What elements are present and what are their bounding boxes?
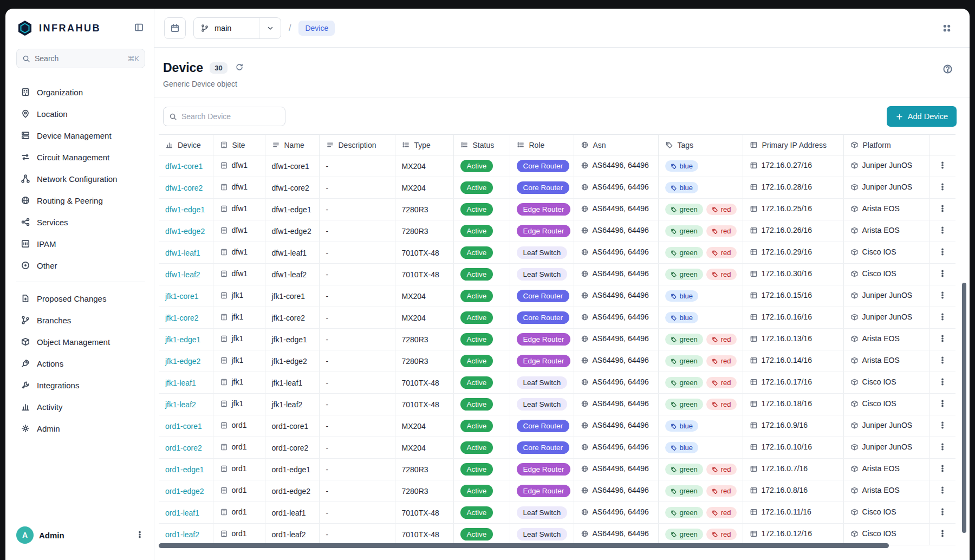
column-header-site[interactable]: Site [213,135,265,155]
sidebar-item-label: Network Configuration [37,174,117,184]
sidebar-item-object-management[interactable]: Object Management [16,331,145,353]
sidebar-item-network-configuration[interactable]: Network Configuration [16,168,145,190]
row-menu-button[interactable] [937,246,948,259]
branch-selector[interactable]: main [193,17,281,39]
sidebar-item-actions[interactable]: Actions [16,353,145,374]
cell-description: - [319,264,395,285]
device-search-input[interactable] [180,112,280,121]
row-menu-button[interactable] [937,528,948,541]
device-link[interactable]: dfw1-edge2 [165,227,205,236]
device-link[interactable]: ord1-core1 [165,422,202,431]
device-link[interactable]: dfw1-core2 [165,184,203,192]
sidebar-item-circuit-management[interactable]: Circuit Management [16,146,145,168]
sidebar-search[interactable]: Search ⌘K [16,49,145,68]
row-menu-button[interactable] [937,203,948,216]
device-link[interactable]: ord1-core2 [165,444,202,452]
device-link[interactable]: jfk1-core1 [165,292,198,301]
cell-tags: greenred [658,502,743,524]
column-header-platform[interactable]: Platform [843,135,929,155]
date-picker-button[interactable] [164,17,186,39]
sidebar-item-admin[interactable]: Admin [16,418,145,439]
breadcrumb-current[interactable]: Device [298,21,335,36]
add-device-button[interactable]: Add Device [887,106,957,127]
device-link[interactable]: jfk1-leaf2 [165,400,196,409]
sidebar-item-device-management[interactable]: Device Management [16,125,145,146]
tag-badge: blue [665,290,699,302]
cell-name: ord1-core1 [265,415,319,437]
globe-icon [581,248,589,256]
device-link[interactable]: jfk1-core2 [165,314,198,322]
column-header-description[interactable]: Description [319,135,395,155]
device-link[interactable]: ord1-leaf2 [165,530,199,539]
sidebar-divider [16,282,145,282]
row-menu-button[interactable] [937,506,948,519]
sidebar-item-other[interactable]: Other [16,255,145,276]
row-menu-button[interactable] [937,485,948,497]
tag-icon [671,185,677,191]
sidebar-item-proposed-changes[interactable]: Proposed Changes [16,288,145,309]
device-link[interactable]: jfk1-edge1 [165,335,200,344]
sidebar-item-routing-peering[interactable]: Routing & Peering [16,190,145,211]
row-menu-button[interactable] [937,290,948,302]
column-header-asn[interactable]: Asn [574,135,658,155]
column-header-primary-ip-address[interactable]: Primary IP Address [743,135,843,155]
row-menu-button[interactable] [937,376,948,389]
row-menu-button[interactable] [937,441,948,454]
cell-actions [929,437,955,459]
sidebar-item-organization[interactable]: Organization [16,81,145,103]
device-link[interactable]: jfk1-leaf1 [165,379,196,387]
cell-name: ord1-leaf1 [265,502,319,524]
branch-dropdown-toggle[interactable] [259,18,281,38]
horizontal-scrollbar[interactable] [159,543,889,548]
column-header-name[interactable]: Name [265,135,319,155]
sidebar-item-integrations[interactable]: Integrations [16,374,145,396]
sidebar-item-services[interactable]: Services [16,211,145,233]
row-menu-button[interactable] [937,181,948,194]
column-header-role[interactable]: Role [510,135,574,155]
device-link[interactable]: ord1-leaf1 [165,509,199,517]
switch-arrows-icon [21,152,30,162]
device-link[interactable]: ord1-edge1 [165,465,204,474]
cell-asn: AS64496, 64496 [574,394,658,415]
user-menu-button[interactable] [134,529,145,542]
collapse-sidebar-button[interactable] [133,21,145,35]
user-menu[interactable]: A Admin [16,526,145,544]
help-button[interactable] [939,63,957,77]
device-link[interactable]: dfw1-leaf2 [165,270,200,279]
cell-primary-ip: 172.16.0.12/16 [743,524,843,545]
cell-name: jfk1-leaf2 [265,394,319,415]
apps-menu-button[interactable] [936,17,958,39]
refresh-button[interactable] [234,62,245,74]
row-menu-button[interactable] [937,225,948,237]
device-link[interactable]: jfk1-edge2 [165,357,200,366]
column-header-type[interactable]: Type [395,135,453,155]
sidebar-item-location[interactable]: Location [16,103,145,125]
vertical-scrollbar[interactable] [962,283,966,533]
device-link[interactable]: dfw1-leaf1 [165,249,200,257]
column-header-tags[interactable]: Tags [658,135,743,155]
device-link[interactable]: dfw1-edge1 [165,205,205,214]
row-menu-button[interactable] [937,311,948,324]
row-menu-button[interactable] [937,268,948,281]
cell-platform: Cisco IOS [843,264,929,285]
globe-icon [581,161,589,170]
row-menu-button[interactable] [937,333,948,346]
sidebar-item-label: Proposed Changes [37,294,106,303]
sidebar-item-ipam[interactable]: IPAM [16,233,145,255]
row-menu-button[interactable] [937,160,948,172]
row-menu-button[interactable] [937,355,948,367]
column-header-status[interactable]: Status [453,135,510,155]
sidebar-item-activity[interactable]: Activity [16,396,145,418]
row-menu-button[interactable] [937,420,948,432]
tag-badge: green [665,225,703,237]
role-badge: Edge Router [517,355,571,367]
device-link[interactable]: dfw1-core1 [165,162,203,171]
cell-asn: AS64496, 64496 [574,502,658,524]
row-menu-button[interactable] [937,398,948,411]
column-header-device[interactable]: Device [159,135,213,155]
device-link[interactable]: ord1-edge2 [165,487,204,496]
cell-type: 7010TX-48 [395,372,453,394]
row-menu-button[interactable] [937,463,948,476]
sidebar-item-branches[interactable]: Branches [16,309,145,331]
cell-device: ord1-edge1 [159,459,213,480]
